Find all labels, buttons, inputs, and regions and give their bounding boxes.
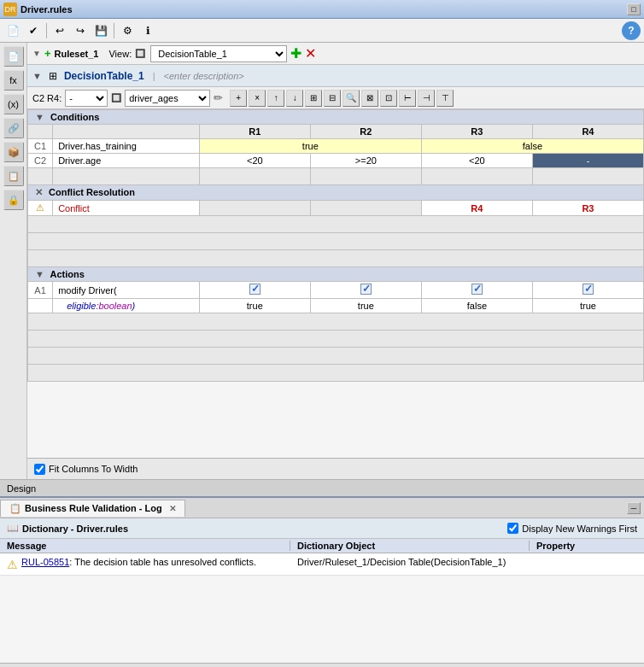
info-button[interactable]: ℹ [138, 21, 157, 40]
a1-r1-check[interactable] [199, 282, 310, 299]
delete-view-button[interactable]: ✕ [305, 45, 316, 61]
ruleset-collapse-btn[interactable]: ▼ [32, 49, 41, 58]
warning-icon: ⚠ [7, 558, 18, 571]
empty-c1 [28, 168, 53, 185]
main-toolbar: 📄 ✔ ↩ ↪ 💾 ⚙ ℹ ? [0, 19, 644, 43]
conflict-r2-cell [310, 201, 421, 216]
conditions-section-row: ▼ Conditions [28, 110, 644, 125]
validate-button[interactable]: ✔ [24, 21, 43, 40]
val-minimize-btn[interactable]: ─ [627, 502, 641, 514]
actions-collapse-icon[interactable]: ▼ [35, 269, 44, 279]
val-header-property: Property [530, 541, 644, 551]
new-file-button[interactable]: 📄 [3, 21, 22, 40]
col-filter5-btn[interactable]: ⊤ [436, 90, 454, 107]
val-table-body: ⚠ RUL-05851: The decision table has unre… [0, 553, 644, 663]
decision-table: ▼ Conditions R1 R2 R3 R4 C1 Driver.has_t… [27, 109, 644, 382]
action-sub-r2[interactable]: true [310, 299, 421, 313]
col-header-empty1 [28, 125, 53, 139]
col-merge-btn[interactable]: ⊞ [305, 90, 322, 107]
app-icon: DR [3, 3, 17, 16]
val-dict-icon: 📖 [7, 523, 19, 534]
conflict-empty-row2 [28, 233, 644, 250]
a1-r2-check[interactable] [310, 282, 421, 299]
col-edit-btn[interactable]: ✏ [214, 91, 223, 104]
conditions-collapse-icon[interactable]: ▼ [35, 112, 44, 122]
c2-r3-cell[interactable]: <20 [421, 154, 532, 168]
col-row-select[interactable]: - [65, 90, 108, 107]
left-btn-4[interactable]: 🔗 [3, 118, 24, 138]
col-toolbar-btns: + × ↑ ↓ ⊞ ⊟ 🔍 ⊠ ⊡ ⊢ ⊣ ⊤ [230, 90, 454, 107]
val-tab-bar: 📋 Business Rule Validation - Log ✕ ─ [0, 498, 644, 518]
conditions-section-header: ▼ Conditions [28, 110, 644, 125]
undo-button[interactable]: ↩ [50, 21, 69, 40]
conflict-r1-cell [199, 201, 310, 216]
col-filter2-btn[interactable]: ⊡ [380, 90, 397, 107]
col-del-btn[interactable]: × [249, 90, 266, 107]
ruleset-add-icon[interactable]: + [44, 47, 51, 60]
col-label: C2 R4: [32, 93, 61, 103]
actions-label: Actions [50, 269, 85, 279]
save-button[interactable]: 💾 [91, 21, 110, 40]
conflict-empty-3 [28, 250, 644, 267]
view-select[interactable]: DecisionTable_1 [150, 45, 287, 62]
c2-r1-cell[interactable]: <20 [199, 154, 310, 168]
col-add-btn[interactable]: + [230, 90, 247, 107]
col-dn-btn[interactable]: ↓ [286, 90, 303, 107]
action-row-a1: A1 modify Driver( [28, 282, 644, 299]
design-tab[interactable]: Design [0, 479, 644, 496]
action-sub-r4[interactable]: true [532, 299, 643, 313]
left-btn-6[interactable]: 📋 [3, 166, 24, 186]
conflict-collapse-icon[interactable]: ✕ [35, 187, 43, 197]
redo-button[interactable]: ↪ [71, 21, 90, 40]
val-header-bar: 📖 Dictionary - Driver.rules Display New … [0, 518, 644, 539]
status-bar: SDK Warnings: 1 Last Validation Time: 11… [0, 663, 644, 667]
val-msg-link-1[interactable]: RUL-05851 [21, 557, 69, 567]
empty-c2 [53, 168, 200, 185]
c1-r1r2-cell[interactable]: true [199, 139, 421, 154]
val-cell-msg-1: ⚠ RUL-05851: The decision table has unre… [0, 555, 290, 573]
maximize-button[interactable]: □ [627, 3, 641, 15]
dt-collapse-btn[interactable]: ▼ [32, 71, 42, 81]
c1-condition-name[interactable]: Driver.has_training [53, 139, 200, 154]
left-btn-7[interactable]: 🔒 [3, 190, 24, 210]
action-sub-r1[interactable]: true [199, 299, 310, 313]
action-sub-r3[interactable]: false [421, 299, 532, 313]
val-tab-icon: 📋 [9, 503, 21, 514]
col-filter4-btn[interactable]: ⊣ [418, 90, 435, 107]
col-up-btn[interactable]: ↑ [267, 90, 284, 107]
a1-r3-check[interactable] [421, 282, 532, 299]
help-button[interactable]: ? [622, 21, 641, 40]
left-btn-3[interactable]: (x) [3, 94, 24, 114]
c2-condition-name[interactable]: Driver.age [53, 154, 200, 168]
val-display-check[interactable] [507, 523, 518, 534]
col-split-btn[interactable]: ⊟ [324, 90, 341, 107]
c2-r2-cell[interactable]: >=20 [310, 154, 421, 168]
left-btn-5[interactable]: 📦 [3, 142, 24, 162]
val-tab-close-btn[interactable]: ✕ [169, 504, 176, 513]
conflict-empty-1 [28, 216, 644, 233]
c2-r4-cell[interactable]: - [532, 154, 643, 168]
a1-r4-check[interactable] [532, 282, 643, 299]
col-header-r4: R4 [532, 125, 643, 139]
dt-description[interactable]: <enter description> [164, 71, 244, 81]
add-view-button[interactable]: ✚ [290, 45, 302, 61]
col-header-r3: R3 [421, 125, 532, 139]
fit-columns-checkbox[interactable] [34, 464, 45, 475]
col-name-select[interactable]: driver_ages [125, 90, 210, 107]
action-empty-1 [28, 313, 644, 331]
action-sub-num [28, 299, 53, 313]
col-search-btn[interactable]: 🔍 [342, 90, 360, 107]
column-headers-row: R1 R2 R3 R4 [28, 125, 644, 139]
c1-r3r4-cell[interactable]: false [421, 139, 643, 154]
a1-action-name[interactable]: modify Driver( [53, 282, 200, 299]
action-empty-4 [28, 365, 644, 382]
decision-table-wrapper[interactable]: ▼ Conditions R1 R2 R3 R4 C1 Driver.has_t… [27, 109, 644, 458]
col-filter1-btn[interactable]: ⊠ [361, 90, 378, 107]
action-sub-name[interactable]: eligible:boolean) [53, 299, 200, 313]
settings-button[interactable]: ⚙ [118, 21, 137, 40]
left-btn-2[interactable]: fx [3, 70, 24, 91]
val-tab-log[interactable]: 📋 Business Rule Validation - Log ✕ [0, 500, 185, 517]
col-filter3-btn[interactable]: ⊢ [399, 90, 416, 107]
left-btn-1[interactable]: 📄 [3, 46, 24, 67]
col-header-r1: R1 [199, 125, 310, 139]
